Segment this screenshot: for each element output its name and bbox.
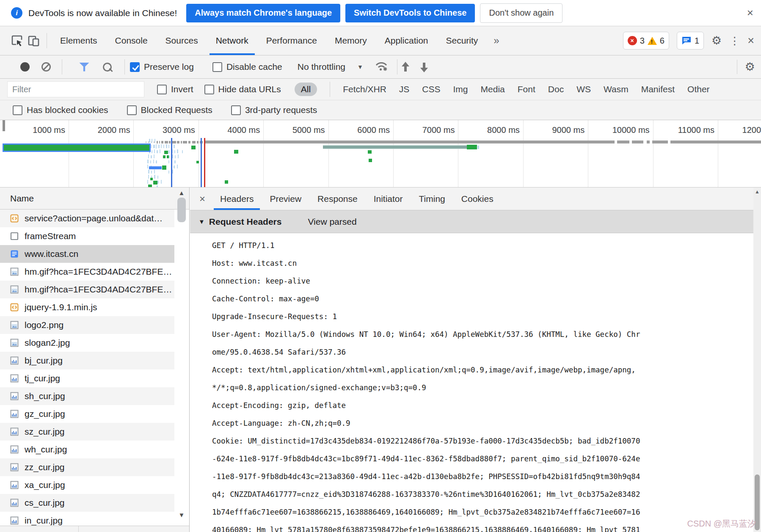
- 3rd-party-requests-checkbox[interactable]: [231, 105, 241, 115]
- waterfall-pending-dash: [153, 160, 154, 163]
- filter-type-img[interactable]: Img: [453, 84, 468, 94]
- request-row[interactable]: tj_cur.jpg: [0, 369, 174, 387]
- clear-icon[interactable]: [41, 62, 51, 72]
- match-language-button[interactable]: Always match Chrome's language: [186, 4, 340, 22]
- tab-network[interactable]: Network: [207, 26, 257, 55]
- switch-to-chinese-button[interactable]: Switch DevTools to Chinese: [345, 4, 475, 22]
- details-tab-initiator[interactable]: Initiator: [366, 187, 411, 210]
- header-line: User-Agent: Mozilla/5.0 (Windows NT 10.0…: [212, 325, 753, 343]
- filter-type-js[interactable]: JS: [399, 84, 410, 94]
- issues-badge[interactable]: 1: [677, 32, 704, 50]
- filter-type-css[interactable]: CSS: [422, 84, 440, 94]
- request-row[interactable]: bj_cur.jpg: [0, 352, 174, 369]
- details-tab-response[interactable]: Response: [309, 187, 366, 210]
- scroll-down-icon[interactable]: ▼: [174, 511, 189, 518]
- details-tab-headers[interactable]: Headers: [212, 187, 262, 210]
- throttling-select[interactable]: No throttling: [298, 62, 345, 72]
- request-row[interactable]: www.itcast.cn: [0, 245, 174, 263]
- waterfall-green-mark: [163, 155, 165, 158]
- import-har-icon[interactable]: [401, 62, 410, 72]
- details-tab-cookies[interactable]: Cookies: [453, 187, 502, 210]
- file-type-image-icon: [10, 516, 19, 525]
- filter-type-other[interactable]: Other: [687, 84, 710, 94]
- timeline-drag-handle[interactable]: [3, 120, 5, 131]
- disable-cache-checkbox[interactable]: [212, 62, 222, 72]
- filter-type-media[interactable]: Media: [481, 84, 505, 94]
- request-name: sh_cur.jpg: [25, 391, 65, 401]
- request-row[interactable]: zz_cur.jpg: [0, 458, 174, 476]
- settings-gear-icon[interactable]: ⚙: [711, 34, 722, 47]
- more-tabs-icon[interactable]: »: [487, 35, 506, 47]
- name-column-header[interactable]: Name: [0, 187, 189, 209]
- request-list-scrollbar[interactable]: ▲ ▼: [174, 187, 189, 526]
- request-row[interactable]: gz_cur.jpg: [0, 405, 174, 423]
- waterfall-pending-dash: [177, 149, 178, 153]
- scrollbar-thumb[interactable]: [177, 198, 186, 222]
- tab-performance[interactable]: Performance: [257, 26, 326, 55]
- request-row[interactable]: hm.gif?hca=1FEC3D4AD4C27BFE…: [0, 281, 174, 298]
- scroll-up-icon[interactable]: ▲: [753, 189, 761, 195]
- request-row[interactable]: sz_cur.jpg: [0, 423, 174, 441]
- tab-application[interactable]: Application: [376, 26, 437, 55]
- header-line: GET / HTTP/1.1: [212, 237, 753, 254]
- tab-console[interactable]: Console: [106, 26, 157, 55]
- hide-data-urls-checkbox[interactable]: [204, 85, 214, 94]
- has-blocked-cookies-checkbox[interactable]: [13, 105, 22, 115]
- filter-type-manifest[interactable]: Manifest: [641, 84, 675, 94]
- request-row[interactable]: hm.gif?hca=1FEC3D4AD4C27BFE…: [0, 263, 174, 281]
- dont-show-again-button[interactable]: Don't show again: [480, 3, 562, 23]
- waterfall-pending-dash: [161, 144, 162, 148]
- filter-input[interactable]: [7, 81, 144, 97]
- tab-memory[interactable]: Memory: [326, 26, 376, 55]
- tab-sources[interactable]: Sources: [157, 26, 207, 55]
- filter-type-font[interactable]: Font: [518, 84, 535, 94]
- scroll-up-icon[interactable]: ▲: [174, 189, 189, 196]
- tab-elements[interactable]: Elements: [51, 26, 106, 55]
- request-row[interactable]: wh_cur.jpg: [0, 441, 174, 458]
- filter-type-ws[interactable]: WS: [576, 84, 591, 94]
- file-type-image-icon: [10, 392, 19, 400]
- details-tab-timing[interactable]: Timing: [411, 187, 453, 210]
- request-row[interactable]: sh_cur.jpg: [0, 387, 174, 405]
- filter-funnel-icon[interactable]: [79, 63, 89, 72]
- request-row[interactable]: xa_cur.jpg: [0, 476, 174, 494]
- filter-type-doc[interactable]: Doc: [548, 84, 564, 94]
- filter-type-fetchxhr[interactable]: Fetch/XHR: [343, 84, 386, 94]
- network-overview-timeline[interactable]: 1000 ms2000 ms3000 ms4000 ms5000 ms6000 …: [0, 120, 761, 187]
- filter-type-wasm[interactable]: Wasm: [604, 84, 629, 94]
- request-name: jquery-1.9.1.min.js: [25, 302, 97, 312]
- invert-checkbox[interactable]: [157, 85, 167, 94]
- inspect-element-icon[interactable]: [8, 32, 25, 49]
- waterfall-pending-dash: [147, 165, 148, 168]
- blocked-requests-checkbox[interactable]: [127, 105, 137, 115]
- details-close-icon[interactable]: ×: [190, 187, 212, 210]
- request-row[interactable]: jquery-1.9.1.min.js: [0, 298, 174, 316]
- preserve-log-checkbox[interactable]: [130, 62, 140, 72]
- devtools-close-icon[interactable]: ×: [747, 34, 754, 47]
- request-row[interactable]: frameStream: [0, 227, 174, 245]
- device-toolbar-icon[interactable]: [25, 32, 42, 49]
- details-scrollbar[interactable]: ▲: [753, 187, 761, 532]
- network-conditions-icon[interactable]: [374, 61, 389, 73]
- record-icon[interactable]: [20, 62, 30, 72]
- section-collapse-icon[interactable]: ▼: [199, 218, 205, 225]
- export-har-icon[interactable]: [419, 62, 429, 72]
- file-type-script-icon: [10, 303, 19, 311]
- search-icon[interactable]: [103, 63, 112, 72]
- tab-security[interactable]: Security: [437, 26, 487, 55]
- request-headers-section-bar[interactable]: ▼ Request Headers View parsed: [190, 210, 761, 233]
- request-row[interactable]: slogan2.jpg: [0, 334, 174, 352]
- details-tab-preview[interactable]: Preview: [262, 187, 309, 210]
- waterfall-green-mark: [148, 185, 152, 187]
- throttling-caret-icon[interactable]: ▼: [357, 63, 363, 70]
- request-row[interactable]: service?action=page.unload&dat…: [0, 209, 174, 227]
- view-parsed-link[interactable]: View parsed: [308, 217, 356, 227]
- request-row[interactable]: logo2.png: [0, 316, 174, 334]
- filter-type-all[interactable]: All: [295, 83, 317, 96]
- header-line: ome/95.0.4638.54 Safari/537.36: [212, 343, 753, 361]
- network-settings-gear-icon[interactable]: ⚙: [745, 60, 755, 74]
- more-options-icon[interactable]: ⋮: [729, 35, 740, 47]
- errors-warnings-badge[interactable]: × 3 ! 6: [623, 32, 669, 50]
- request-row[interactable]: cs_cur.jpg: [0, 494, 174, 512]
- banner-close-icon[interactable]: ×: [747, 6, 753, 19]
